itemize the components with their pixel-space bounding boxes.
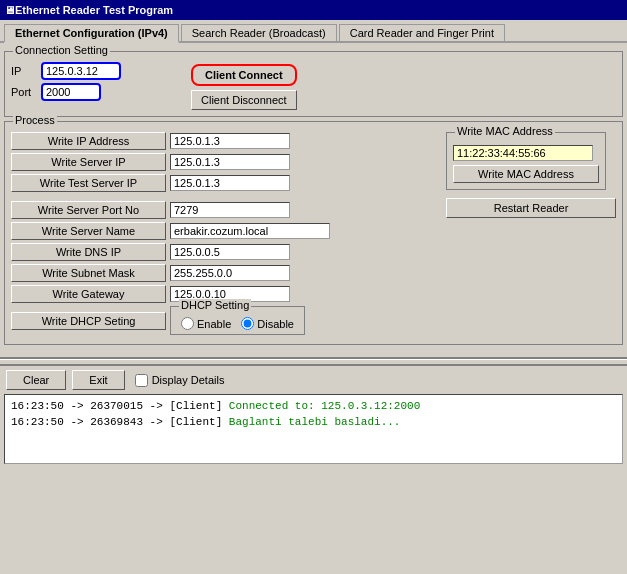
mac-group-label: Write MAC Address <box>455 125 555 137</box>
write-dns-ip-input[interactable] <box>170 244 290 260</box>
display-details-checkbox[interactable] <box>135 374 148 387</box>
right-panel: Write MAC Address Write MAC Address Rest… <box>446 132 616 338</box>
log-line-1: 16:23:50 -> 26370015 -> [Client] Connect… <box>11 398 616 414</box>
write-test-server-ip-button[interactable]: Write Test Server IP <box>11 174 166 192</box>
process-group-label: Process <box>13 114 57 126</box>
display-details-text: Display Details <box>152 374 225 386</box>
port-label: Port <box>11 86 41 98</box>
write-server-name-button[interactable]: Write Server Name <box>11 222 166 240</box>
write-server-ip-button[interactable]: Write Server IP <box>11 153 166 171</box>
ip-label: IP <box>11 65 41 77</box>
title-bar-text: Ethernet Reader Test Program <box>15 4 173 16</box>
log-text-1: 16:23:50 -> 26370015 -> [Client] <box>11 400 229 412</box>
dhcp-group-label: DHCP Setting <box>179 299 251 311</box>
client-disconnect-button[interactable]: Client Disconnect <box>191 90 297 110</box>
dhcp-enable-label: Enable <box>197 318 231 330</box>
log-line-2: 16:23:50 -> 26369843 -> [Client] Baglant… <box>11 414 616 430</box>
dhcp-enable-option[interactable]: Enable <box>181 317 231 330</box>
write-subnet-mask-input[interactable] <box>170 265 290 281</box>
client-connect-button[interactable]: Client Connect <box>191 64 297 86</box>
exit-button[interactable]: Exit <box>72 370 124 390</box>
tab-search-reader[interactable]: Search Reader (Broadcast) <box>181 24 337 41</box>
log-baglanti-text: Baglanti talebi basladi... <box>229 416 401 428</box>
tab-bar: Ethernet Configuration (IPv4) Search Rea… <box>0 20 627 43</box>
log-connected-text: Connected to: 125.0.3.12:2000 <box>229 400 420 412</box>
write-dns-ip-button[interactable]: Write DNS IP <box>11 243 166 261</box>
write-server-port-button[interactable]: Write Server Port No <box>11 201 166 219</box>
dhcp-disable-label: Disable <box>257 318 294 330</box>
restart-reader-button[interactable]: Restart Reader <box>446 198 616 218</box>
connection-group: Connection Setting IP Port Client Connec… <box>4 51 623 117</box>
bottom-bar: Clear Exit Display Details <box>0 364 627 394</box>
write-gateway-button[interactable]: Write Gateway <box>11 285 166 303</box>
write-server-ip-input[interactable] <box>170 154 290 170</box>
connection-group-label: Connection Setting <box>13 44 110 56</box>
write-mac-address-button[interactable]: Write MAC Address <box>453 165 599 183</box>
dhcp-disable-radio[interactable] <box>241 317 254 330</box>
dhcp-disable-option[interactable]: Disable <box>241 317 294 330</box>
write-dhcp-button[interactable]: Write DHCP Seting <box>11 312 166 330</box>
write-ip-address-input[interactable] <box>170 133 290 149</box>
write-test-server-ip-input[interactable] <box>170 175 290 191</box>
write-ip-address-button[interactable]: Write IP Address <box>11 132 166 150</box>
tab-ethernet-config[interactable]: Ethernet Configuration (IPv4) <box>4 24 179 43</box>
clear-button[interactable]: Clear <box>6 370 66 390</box>
ip-input[interactable] <box>41 62 121 80</box>
write-server-port-input[interactable] <box>170 202 290 218</box>
log-area: 16:23:50 -> 26370015 -> [Client] Connect… <box>4 394 623 464</box>
write-subnet-mask-button[interactable]: Write Subnet Mask <box>11 264 166 282</box>
dhcp-enable-radio[interactable] <box>181 317 194 330</box>
mac-group: Write MAC Address Write MAC Address <box>446 132 606 190</box>
mac-address-input[interactable] <box>453 145 593 161</box>
write-server-name-input[interactable] <box>170 223 330 239</box>
dhcp-group: DHCP Setting Enable Disable <box>170 306 305 335</box>
log-container: 16:23:50 -> 26370015 -> [Client] Connect… <box>0 394 627 468</box>
process-group: Process Write IP Address Write Server IP… <box>4 121 623 345</box>
main-content: Connection Setting IP Port Client Connec… <box>0 43 627 353</box>
display-details-label[interactable]: Display Details <box>135 374 225 387</box>
separator <box>0 357 627 360</box>
title-bar-icon: 🖥 <box>4 4 15 16</box>
port-input[interactable] <box>41 83 101 101</box>
tab-card-reader[interactable]: Card Reader and Finger Print <box>339 24 505 41</box>
log-text-2: 16:23:50 -> 26369843 -> [Client] <box>11 416 229 428</box>
title-bar: 🖥 Ethernet Reader Test Program <box>0 0 627 20</box>
